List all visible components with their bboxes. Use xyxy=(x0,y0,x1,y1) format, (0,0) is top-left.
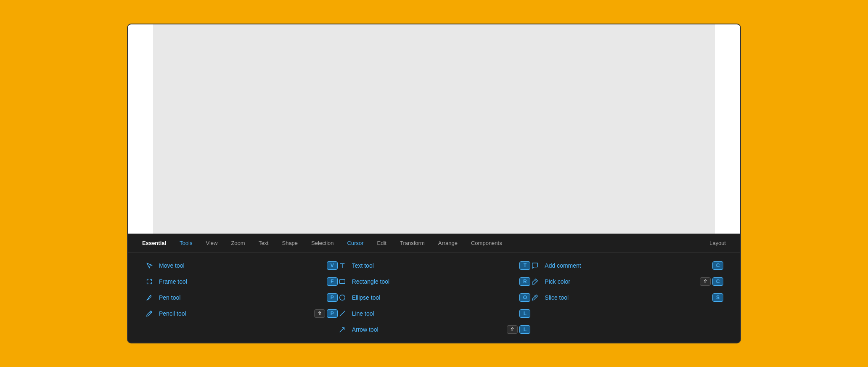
tab-edit[interactable]: Edit xyxy=(371,237,392,250)
rectangle-tool-keys: R xyxy=(519,277,530,286)
tab-transform[interactable]: Transform xyxy=(394,237,431,250)
pen-icon xyxy=(145,293,154,302)
comment-tool-label: Add comment xyxy=(545,262,581,269)
frame-key-f: F xyxy=(327,277,338,286)
frame-tool-label: Frame tool xyxy=(159,278,187,285)
arrow-tool-label: Arrow tool xyxy=(352,326,378,333)
pick-color-tool-label: Pick color xyxy=(545,278,570,285)
tab-shape[interactable]: Shape xyxy=(276,237,304,250)
tab-view[interactable]: View xyxy=(200,237,223,250)
comment-key-c: C xyxy=(712,261,723,270)
tool-row-rectangle[interactable]: Rectangle tool R xyxy=(338,275,531,288)
toolbar-area: Essential Tools View Zoom Text Shape Sel… xyxy=(128,234,740,343)
tool-row-slice[interactable]: Slice tool S xyxy=(530,291,723,304)
pencil-key-p: P xyxy=(327,309,338,318)
tab-tools[interactable]: Tools xyxy=(174,237,198,250)
canvas-left-panel xyxy=(128,24,153,234)
pick-color-icon xyxy=(530,277,540,286)
pen-tool-label: Pen tool xyxy=(159,294,180,301)
tab-essential[interactable]: Essential xyxy=(136,237,172,250)
move-tool-label: Move tool xyxy=(159,262,185,269)
tool-row-move[interactable]: Move tool V xyxy=(145,259,338,272)
tool-row-text[interactable]: Text tool T xyxy=(338,259,531,272)
comment-icon xyxy=(530,261,540,270)
line-icon xyxy=(338,309,347,318)
svg-line-9 xyxy=(150,312,151,313)
line-key-l: L xyxy=(519,309,530,318)
pencil-tool-keys: ⇧ P xyxy=(314,309,338,318)
tool-row-ellipse[interactable]: Ellipse tool O xyxy=(338,291,531,304)
pick-color-key-c: C xyxy=(712,277,723,286)
text-tool-label: Text tool xyxy=(352,262,374,269)
tab-zoom[interactable]: Zoom xyxy=(225,237,251,250)
tab-arrange[interactable]: Arrange xyxy=(432,237,463,250)
line-tool-label: Line tool xyxy=(352,310,374,317)
tab-layout[interactable]: Layout xyxy=(704,237,732,250)
svg-point-8 xyxy=(150,296,151,297)
pick-color-key-shift: ⇧ xyxy=(700,277,711,286)
svg-line-14 xyxy=(339,311,345,316)
move-tool-keys: V xyxy=(327,261,338,270)
slice-tool-label: Slice tool xyxy=(545,294,569,301)
arrow-tool-keys: ⇧ L xyxy=(507,325,530,334)
svg-rect-12 xyxy=(339,280,345,284)
slice-icon xyxy=(530,293,540,302)
pick-color-tool-keys: ⇧ C xyxy=(700,277,723,286)
tool-row-comment[interactable]: Add comment C xyxy=(530,259,723,272)
tab-cursor[interactable]: Cursor xyxy=(341,237,370,250)
move-key-v: V xyxy=(327,261,338,270)
text-icon xyxy=(338,261,347,270)
pencil-key-shift: ⇧ xyxy=(314,309,325,318)
ellipse-icon xyxy=(338,293,347,302)
text-key-t: T xyxy=(519,261,530,270)
ellipse-tool-keys: O xyxy=(519,293,530,302)
arrow-icon xyxy=(338,325,347,334)
tool-row-line[interactable]: Line tool L xyxy=(338,307,531,320)
ellipse-tool-label: Ellipse tool xyxy=(352,294,381,301)
tool-column-1: Move tool V xyxy=(145,259,338,336)
tool-row-arrow[interactable]: Arrow tool ⇧ L xyxy=(338,323,531,336)
tab-text[interactable]: Text xyxy=(253,237,275,250)
line-tool-keys: L xyxy=(519,309,530,318)
move-icon xyxy=(145,261,154,270)
tool-column-2: Text tool T Rectangle tool xyxy=(338,259,531,336)
slice-tool-keys: S xyxy=(712,293,723,302)
slice-key-s: S xyxy=(712,293,723,302)
pen-key-p: P xyxy=(327,293,338,302)
pen-tool-keys: P xyxy=(327,293,338,302)
frame-icon xyxy=(145,277,154,286)
pencil-icon xyxy=(145,309,154,318)
tool-column-3: Add comment C xyxy=(530,259,723,336)
canvas-area xyxy=(153,24,715,234)
tab-components[interactable]: Components xyxy=(465,237,508,250)
svg-point-13 xyxy=(339,295,345,301)
tab-bar: Essential Tools View Zoom Text Shape Sel… xyxy=(128,234,740,253)
tool-row-pen[interactable]: Pen tool P xyxy=(145,291,338,304)
ellipse-key-o: O xyxy=(519,293,530,302)
arrow-key-shift: ⇧ xyxy=(507,325,518,334)
rectangle-key-r: R xyxy=(519,277,530,286)
text-tool-keys: T xyxy=(519,261,530,270)
svg-line-15 xyxy=(339,328,344,332)
tool-row-pencil[interactable]: Pencil tool ⇧ P xyxy=(145,307,338,320)
arrow-key-l: L xyxy=(519,325,530,334)
tool-row-frame[interactable]: Frame tool F xyxy=(145,275,338,288)
comment-tool-keys: C xyxy=(712,261,723,270)
frame-tool-keys: F xyxy=(327,277,338,286)
rectangle-tool-label: Rectangle tool xyxy=(352,278,390,285)
app-window: Essential Tools View Zoom Text Shape Sel… xyxy=(127,24,741,343)
pencil-tool-label: Pencil tool xyxy=(159,310,186,317)
canvas-right-panel xyxy=(715,24,740,234)
rectangle-icon xyxy=(338,277,347,286)
tool-row-pick-color[interactable]: Pick color ⇧ C xyxy=(530,275,723,288)
tab-selection[interactable]: Selection xyxy=(305,237,339,250)
tools-grid: Move tool V xyxy=(128,253,740,343)
